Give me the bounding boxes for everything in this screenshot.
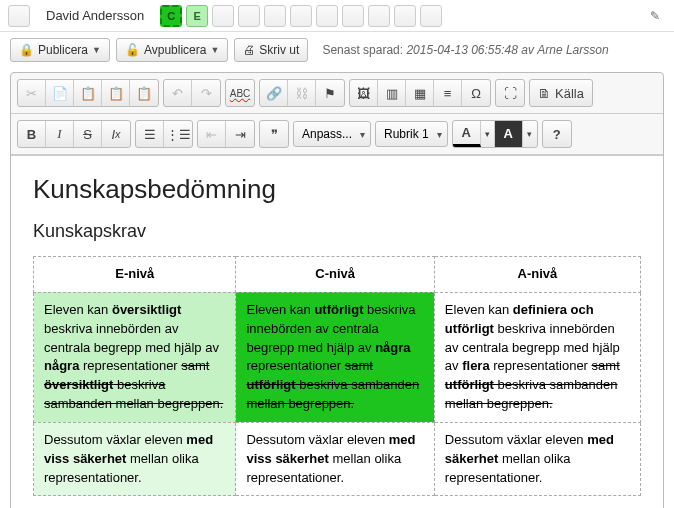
tab-blank[interactable] <box>212 5 234 27</box>
redo-icon[interactable]: ↷ <box>192 80 220 106</box>
bg-color-caret[interactable]: ▾ <box>523 121 537 147</box>
cell-e: Dessutom växlar eleven med viss säkerhet… <box>34 422 236 496</box>
removeformat-button[interactable]: Ix <box>102 121 130 147</box>
source-label: Källa <box>555 86 584 101</box>
tab-blank[interactable] <box>342 5 364 27</box>
print-button[interactable]: 🖨 Skriv ut <box>234 38 308 62</box>
italic-button[interactable]: I <box>46 121 74 147</box>
student-name: David Andersson <box>34 4 156 27</box>
top-bar: David Andersson C E ✎ <box>0 0 674 32</box>
anchor-icon[interactable]: ⚑ <box>316 80 344 106</box>
section-title: Kunskapskrav <box>33 221 641 242</box>
spellcheck-icon[interactable]: ABC <box>226 80 254 106</box>
expand-icon[interactable]: ✎ <box>644 5 666 27</box>
tab-blank[interactable] <box>238 5 260 27</box>
caret-icon: ▼ <box>210 45 219 55</box>
hr-icon[interactable]: ≡ <box>434 80 462 106</box>
maximize-icon[interactable]: ⛶ <box>496 80 524 106</box>
action-bar: 🔒 Publicera ▼ 🔓 Avpublicera ▼ 🖨 Skriv ut… <box>0 32 674 68</box>
unpublish-label: Avpublicera <box>144 43 206 57</box>
saved-by-prefix: av <box>521 43 534 57</box>
saved-by: Arne Larsson <box>537 43 608 57</box>
help-button[interactable]: ? <box>543 121 571 147</box>
cell-c: Dessutom växlar eleven med viss säkerhet… <box>236 422 434 496</box>
copy-icon[interactable]: 📄 <box>46 80 74 106</box>
strike-button[interactable]: S <box>74 121 102 147</box>
bg-color-button[interactable]: A <box>495 121 523 147</box>
blockquote-icon[interactable]: ❞ <box>260 121 288 147</box>
grade-tab-e[interactable]: E <box>186 5 208 27</box>
heading-select-label: Rubrik 1 <box>384 127 429 141</box>
unlock-icon: 🔓 <box>125 43 140 57</box>
bullet-list-icon[interactable]: ⋮☰ <box>164 121 192 147</box>
source-button[interactable]: 🗎 Källa <box>530 80 592 106</box>
col-header-c: C-nivå <box>236 257 434 293</box>
outdent-icon[interactable]: ⇤ <box>198 121 226 147</box>
print-label: Skriv ut <box>259 43 299 57</box>
font-select-label: Anpass... <box>302 127 352 141</box>
link-icon[interactable]: 🔗 <box>260 80 288 106</box>
saved-timestamp: 2015-04-13 06:55:48 <box>406 43 517 57</box>
col-header-e: E-nivå <box>34 257 236 293</box>
cell-c: Eleven kan utförligt beskriva innebörden… <box>236 292 434 422</box>
cell-a: Eleven kan definiera och utförligt beskr… <box>434 292 640 422</box>
table-row: Dessutom växlar eleven med viss säkerhet… <box>34 422 641 496</box>
publish-button[interactable]: 🔒 Publicera ▼ <box>10 38 110 62</box>
tab-blank[interactable] <box>290 5 312 27</box>
media-icon[interactable]: ▥ <box>378 80 406 106</box>
numbered-list-icon[interactable]: ☰ <box>136 121 164 147</box>
publish-label: Publicera <box>38 43 88 57</box>
rubric-table: E-nivå C-nivå A-nivå Eleven kan översikt… <box>33 256 641 496</box>
tab-blank[interactable] <box>368 5 390 27</box>
paste-word-icon[interactable]: 📋 <box>130 80 158 106</box>
toolbar-row-2: B I S Ix ☰ ⋮☰ ⇤ ⇥ ❞ Anpass... Rubrik 1 A… <box>11 114 663 155</box>
col-header-a: A-nivå <box>434 257 640 293</box>
lock-icon: 🔒 <box>19 43 34 57</box>
editor-content[interactable]: Kunskapsbedömning Kunskapskrav E-nivå C-… <box>11 155 663 508</box>
bold-button[interactable]: B <box>18 121 46 147</box>
table-icon[interactable]: ▦ <box>406 80 434 106</box>
tab-blank[interactable] <box>8 5 30 27</box>
page-title: Kunskapsbedömning <box>33 174 641 205</box>
editor: ✂ 📄 📋 📋 📋 ↶ ↷ ABC 🔗 ⛓ ⚑ 🖼 ▥ ▦ ≡ Ω ⛶ <box>10 72 664 508</box>
grade-tab-c[interactable]: C <box>160 5 182 27</box>
unlink-icon[interactable]: ⛓ <box>288 80 316 106</box>
undo-icon[interactable]: ↶ <box>164 80 192 106</box>
tab-blank[interactable] <box>264 5 286 27</box>
cell-a: Dessutom växlar eleven med säkerhet mell… <box>434 422 640 496</box>
specialchar-icon[interactable]: Ω <box>462 80 490 106</box>
table-row: Eleven kan översiktligt beskriva innebör… <box>34 292 641 422</box>
image-icon[interactable]: 🖼 <box>350 80 378 106</box>
cut-icon[interactable]: ✂ <box>18 80 46 106</box>
tab-blank[interactable] <box>316 5 338 27</box>
tab-blank[interactable] <box>394 5 416 27</box>
paste-icon[interactable]: 📋 <box>74 80 102 106</box>
paste-text-icon[interactable]: 📋 <box>102 80 130 106</box>
cell-e: Eleven kan översiktligt beskriva innebör… <box>34 292 236 422</box>
text-color-button[interactable]: A <box>453 121 481 147</box>
indent-icon[interactable]: ⇥ <box>226 121 254 147</box>
save-info: Senast sparad: 2015-04-13 06:55:48 av Ar… <box>322 43 608 57</box>
unpublish-button[interactable]: 🔓 Avpublicera ▼ <box>116 38 228 62</box>
tab-blank[interactable] <box>420 5 442 27</box>
heading-select[interactable]: Rubrik 1 <box>375 121 448 147</box>
toolbar-row-1: ✂ 📄 📋 📋 📋 ↶ ↷ ABC 🔗 ⛓ ⚑ 🖼 ▥ ▦ ≡ Ω ⛶ <box>11 73 663 114</box>
text-color-caret[interactable]: ▾ <box>481 121 495 147</box>
font-select[interactable]: Anpass... <box>293 121 371 147</box>
source-icon: 🗎 <box>538 86 551 101</box>
print-icon: 🖨 <box>243 43 255 57</box>
caret-icon: ▼ <box>92 45 101 55</box>
saved-label: Senast sparad: <box>322 43 403 57</box>
